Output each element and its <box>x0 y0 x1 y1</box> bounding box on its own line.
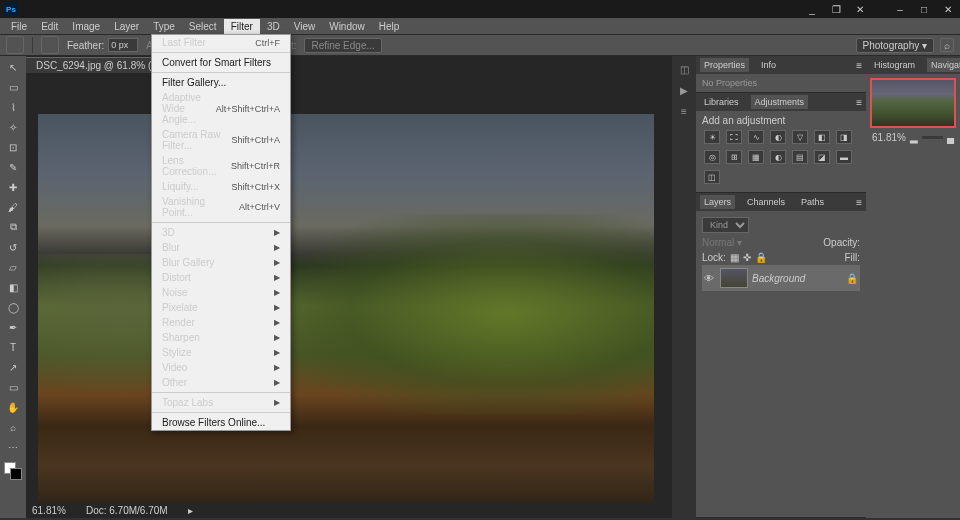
tab-adjustments[interactable]: Adjustments <box>751 95 809 109</box>
panel-menu-icon[interactable]: ≡ <box>856 60 862 71</box>
menu-noise-sub[interactable]: Noise▶ <box>152 285 290 300</box>
adj-color-lookup-icon[interactable]: ▦ <box>748 150 764 164</box>
menu-filter[interactable]: Filter <box>224 19 260 34</box>
menu-render-sub[interactable]: Render▶ <box>152 315 290 330</box>
actions-panel-icon[interactable]: ▶ <box>680 85 688 96</box>
adj-gradient-map-icon[interactable]: ▬ <box>836 150 852 164</box>
color-swatch[interactable] <box>4 462 22 480</box>
adj-bw-icon[interactable]: ◨ <box>836 130 852 144</box>
menu-layer[interactable]: Layer <box>107 19 146 34</box>
menu-browse-filters-online[interactable]: Browse Filters Online... <box>152 415 290 430</box>
layer-thumbnail[interactable] <box>720 268 748 288</box>
hand-tool-icon[interactable]: ✋ <box>3 398 23 416</box>
adj-posterize-icon[interactable]: ▤ <box>792 150 808 164</box>
menu-distort-sub[interactable]: Distort▶ <box>152 270 290 285</box>
edit-toolbar-icon[interactable]: ⋯ <box>3 438 23 456</box>
menu-file[interactable]: File <box>4 19 34 34</box>
menu-type[interactable]: Type <box>146 19 182 34</box>
menu-last-filter[interactable]: Last FilterCtrl+F <box>152 35 290 50</box>
zoom-level[interactable]: 61.81% <box>32 505 66 516</box>
navigator-thumbnail[interactable] <box>870 78 956 128</box>
adj-levels-icon[interactable]: ⛶ <box>726 130 742 144</box>
marquee-tool-icon[interactable]: ▭ <box>3 78 23 96</box>
menu-camera-raw-filter[interactable]: Camera Raw Filter...Shift+Ctrl+A <box>152 127 290 153</box>
adj-curves-icon[interactable]: ∿ <box>748 130 764 144</box>
shape-tool-icon[interactable]: ▭ <box>3 378 23 396</box>
heal-tool-icon[interactable]: ✚ <box>3 178 23 196</box>
pen-tool-icon[interactable]: ✒ <box>3 318 23 336</box>
refine-edge-button[interactable]: Refine Edge... <box>304 38 381 53</box>
tab-paths[interactable]: Paths <box>797 195 828 209</box>
minimize-button[interactable]: – <box>892 4 908 15</box>
layer-row[interactable]: 👁 Background 🔒 <box>702 265 860 291</box>
menu-adaptive-wide-angle[interactable]: Adaptive Wide Angle...Alt+Shift+Ctrl+A <box>152 90 290 127</box>
lasso-tool-icon[interactable]: ⌇ <box>3 98 23 116</box>
inner-close-icon[interactable]: ✕ <box>852 4 868 15</box>
lock-pixels-icon[interactable]: ▦ <box>730 252 739 263</box>
workspace-dropdown[interactable]: Photography ▾ <box>856 38 935 53</box>
menu-other-sub[interactable]: Other▶ <box>152 375 290 390</box>
menu-pixelate-sub[interactable]: Pixelate▶ <box>152 300 290 315</box>
blend-mode-dropdown[interactable]: Normal ▾ <box>702 237 742 248</box>
zoom-tool-icon[interactable]: ⌕ <box>3 418 23 436</box>
inner-restore-icon[interactable]: ❐ <box>828 4 844 15</box>
menu-help[interactable]: Help <box>372 19 407 34</box>
tab-libraries[interactable]: Libraries <box>700 95 743 109</box>
move-tool-icon[interactable]: ↖ <box>3 58 23 76</box>
selection-mode-icon[interactable] <box>41 36 59 54</box>
panel-menu-icon[interactable]: ≡ <box>856 97 862 108</box>
eraser-tool-icon[interactable]: ▱ <box>3 258 23 276</box>
inner-minimize-icon[interactable]: _ <box>804 4 820 15</box>
menu-sharpen-sub[interactable]: Sharpen▶ <box>152 330 290 345</box>
adj-invert-icon[interactable]: ◐ <box>770 150 786 164</box>
adj-hue-icon[interactable]: ◧ <box>814 130 830 144</box>
menu-liquify[interactable]: Liquify...Shift+Ctrl+X <box>152 179 290 194</box>
type-tool-icon[interactable]: T <box>3 338 23 356</box>
adj-selective-color-icon[interactable]: ◫ <box>704 170 720 184</box>
brush-tool-icon[interactable]: 🖌 <box>3 198 23 216</box>
layer-filter-dropdown[interactable]: Kind <box>702 217 749 233</box>
active-tool-icon[interactable] <box>6 36 24 54</box>
history-brush-tool-icon[interactable]: ↺ <box>3 238 23 256</box>
search-icon[interactable]: ⌕ <box>940 38 954 52</box>
eyedropper-tool-icon[interactable]: ✎ <box>3 158 23 176</box>
adj-photo-filter-icon[interactable]: ◎ <box>704 150 720 164</box>
feather-input[interactable] <box>108 38 138 52</box>
close-button[interactable]: ✕ <box>940 4 956 15</box>
menu-image[interactable]: Image <box>65 19 107 34</box>
menu-select[interactable]: Select <box>182 19 224 34</box>
canvas[interactable] <box>26 74 672 502</box>
tab-histogram[interactable]: Histogram <box>870 58 919 72</box>
path-tool-icon[interactable]: ↗ <box>3 358 23 376</box>
maximize-button[interactable]: □ <box>916 4 932 15</box>
adj-threshold-icon[interactable]: ◪ <box>814 150 830 164</box>
tab-properties[interactable]: Properties <box>700 58 749 72</box>
zoom-out-icon[interactable]: ▂ <box>910 132 918 143</box>
menu-vanishing-point[interactable]: Vanishing Point...Alt+Ctrl+V <box>152 194 290 220</box>
visibility-icon[interactable]: 👁 <box>704 273 716 284</box>
menu-stylize-sub[interactable]: Stylize▶ <box>152 345 290 360</box>
menu-view[interactable]: View <box>287 19 323 34</box>
status-arrow-icon[interactable]: ▸ <box>188 505 193 516</box>
menu-convert-smart-filters[interactable]: Convert for Smart Filters <box>152 55 290 70</box>
adj-brightness-icon[interactable]: ☀ <box>704 130 720 144</box>
gradient-tool-icon[interactable]: ◧ <box>3 278 23 296</box>
menu-topaz-labs-sub[interactable]: Topaz Labs▶ <box>152 395 290 410</box>
menu-lens-correction[interactable]: Lens Correction...Shift+Ctrl+R <box>152 153 290 179</box>
menu-3d[interactable]: 3D <box>260 19 287 34</box>
tab-channels[interactable]: Channels <box>743 195 789 209</box>
panel-menu-icon[interactable]: ≡ <box>856 197 862 208</box>
menu-blur-gallery-sub[interactable]: Blur Gallery▶ <box>152 255 290 270</box>
menu-blur-sub[interactable]: Blur▶ <box>152 240 290 255</box>
paragraph-panel-icon[interactable]: ≡ <box>681 106 687 117</box>
menu-edit[interactable]: Edit <box>34 19 65 34</box>
tab-navigator[interactable]: Navigator <box>927 58 960 72</box>
lock-position-icon[interactable]: ✜ <box>743 252 751 263</box>
wand-tool-icon[interactable]: ✧ <box>3 118 23 136</box>
adj-channel-mixer-icon[interactable]: ⊞ <box>726 150 742 164</box>
navigator-zoom[interactable]: 61.81% <box>872 132 906 143</box>
lock-all-icon[interactable]: 🔒 <box>755 252 767 263</box>
menu-3d-sub[interactable]: 3D▶ <box>152 225 290 240</box>
menu-filter-gallery[interactable]: Filter Gallery... <box>152 75 290 90</box>
history-panel-icon[interactable]: ◫ <box>680 64 689 75</box>
